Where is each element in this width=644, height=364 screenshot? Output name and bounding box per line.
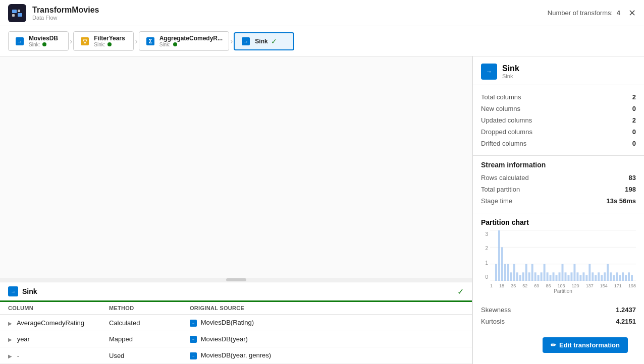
svg-rect-58 [604,272,606,281]
x-label-18: 18 [499,283,504,288]
svg-text:→: → [11,289,16,294]
right-title: Sink [502,64,519,73]
col-method-2: Used [101,347,182,364]
chart-y-axis: 3 2 1 0 [481,230,488,281]
svg-rect-22 [495,264,497,281]
right-header-text: Sink Sink [502,64,519,79]
svg-rect-23 [498,230,500,281]
pipeline-node-moviesdb[interactable]: → MoviesDB Sink: [8,31,69,51]
svg-rect-65 [625,275,627,281]
stat-stage-time: Stage time 13s 56ms [481,195,636,207]
svg-rect-60 [610,272,612,281]
svg-rect-38 [544,264,546,281]
app-icon [8,4,26,22]
arrow-1: › [70,37,72,46]
y-label-1: 1 [481,260,488,266]
x-label-120: 120 [572,283,579,288]
stat-updated-columns: Updated columns 2 [481,114,636,126]
col-method-0: Calculated [101,315,182,331]
stream-section: Rows calculated 83 Total partition 198 S… [473,172,644,213]
stat-dropped-columns: Dropped columns 0 [481,126,636,138]
svg-rect-29 [516,272,518,281]
svg-text:▽: ▽ [82,38,87,44]
stat-total-partition: Total partition 198 [481,184,636,195]
sink-text: Sink [255,38,267,45]
app-subtitle: Data Flow [32,15,99,21]
svg-rect-63 [619,275,621,281]
source-icon-2: → [190,352,197,359]
data-table: COLUMN METHOD ORIGINAL SOURCE ▶ AverageC… [0,302,472,364]
svg-rect-30 [519,275,521,281]
y-label-3: 3 [481,231,488,237]
filteryears-text: FilterYears Sink: [94,35,125,47]
header: TransformMovies Data Flow Number of tran… [0,0,644,26]
main-content: → Sink ✓ COLUMN METHOD ORIGINAL SOURCE [0,56,644,364]
pipeline-node-aggregate[interactable]: Σ AggregateComedyR... Sink: [139,31,229,51]
stats-section: Total columns 2 New columns 0 Updated co… [473,85,644,156]
pipeline-area: → MoviesDB Sink: › ▽ FilterYears Sink: ›… [0,26,644,56]
stat-kurtosis: Kurtosis 4.2151 [481,316,636,327]
expand-icon-2[interactable]: ▶ [8,353,12,359]
svg-rect-37 [541,272,543,281]
svg-rect-36 [538,275,540,281]
svg-rect-40 [550,275,552,281]
source-icon-1: → [190,336,197,343]
arrow-2: › [135,37,137,46]
chart-body: 1 18 35 52 69 86 103 120 137 154 171 198… [490,230,636,294]
header-text: TransformMovies Data Flow [32,6,99,21]
pipeline-node-filteryears[interactable]: ▽ FilterYears Sink: [73,31,134,51]
svg-rect-44 [562,264,564,281]
stat-total-columns: Total columns 2 [481,91,636,103]
expand-icon-0[interactable]: ▶ [8,321,12,326]
close-button[interactable]: ✕ [628,8,636,19]
svg-rect-35 [534,272,536,281]
svg-rect-31 [522,272,524,281]
chart-x-axis-label: Partition [490,288,636,294]
col-source-0: → MoviesDB(Rating) [182,315,472,331]
x-label-198: 198 [628,283,636,288]
svg-rect-51 [582,272,584,281]
svg-text:→: → [192,338,195,341]
filter-icon: ▽ [80,36,90,46]
stat-drifted-columns: Drifted columns 0 [481,138,636,149]
svg-rect-24 [501,247,503,281]
scrollbar-area[interactable] [0,278,472,282]
table-row: ▶ AverageComedyRating Calculated → Movie… [0,315,472,331]
moviesdb-dot [42,42,46,46]
svg-rect-28 [513,264,515,281]
header-left: TransformMovies Data Flow [8,4,99,22]
expand-icon-1[interactable]: ▶ [8,337,12,342]
stream-info-title: Stream information [473,156,644,172]
y-label-2: 2 [481,246,488,251]
aggregate-dot [173,42,177,46]
col-header-method: METHOD [101,302,182,315]
svg-rect-33 [528,272,530,281]
svg-rect-46 [567,275,569,281]
bottom-panel: → Sink ✓ COLUMN METHOD ORIGINAL SOURCE [0,282,472,364]
right-panel-header: → Sink Sink [473,56,644,85]
svg-rect-56 [598,272,600,281]
svg-text:→: → [192,322,195,325]
svg-text:→: → [243,39,248,44]
svg-rect-67 [631,275,633,281]
bottom-sink-icon: → [8,286,18,296]
pipeline-node-sink[interactable]: → Sink ✓ [234,32,294,50]
header-right: Number of transforms: 4 ✕ [548,8,636,19]
aggregate-icon: Σ [145,36,155,46]
filteryears-dot [108,42,112,46]
chart-x-labels: 1 18 35 52 69 86 103 120 137 154 171 198 [490,283,636,288]
x-label-137: 137 [586,283,594,288]
chart-title: Partition chart [481,218,636,226]
bottom-panel-title: Sink [22,287,37,295]
svg-rect-0 [12,10,17,13]
edit-transformation-button[interactable]: ✏ Edit transformation [543,337,628,353]
y-label-0: 0 [481,274,488,280]
svg-rect-57 [601,275,603,281]
svg-text:→: → [486,68,492,75]
svg-rect-61 [613,275,615,281]
transforms-label: Number of transforms: 4 [548,9,620,17]
bottom-header: → Sink ✓ [0,282,472,302]
source-icon-0: → [190,320,197,327]
sink-check: ✓ [271,37,277,45]
bottom-stats: Skewness 1.2437 Kurtosis 4.2151 [473,299,644,332]
